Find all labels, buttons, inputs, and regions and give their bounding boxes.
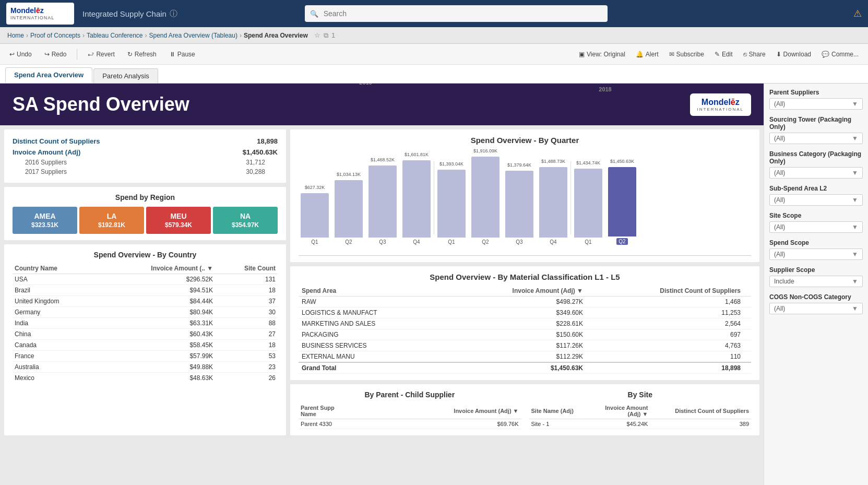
breadcrumb-home[interactable]: Home xyxy=(7,32,24,39)
country-invoice: $63.31K xyxy=(99,318,215,329)
filter-spend-scope-label: Spend Scope xyxy=(769,239,863,246)
view-original-button[interactable]: ▣ View: Original xyxy=(575,49,629,60)
quarter-bar-2016-Q4[interactable]: $1,601.81KQ4 xyxy=(400,160,433,245)
quarter-bar-2017-Q4[interactable]: $1,488.73KQ4 xyxy=(537,167,569,245)
table-row: Germany$80.94K30 xyxy=(13,307,278,318)
breadcrumb-poc[interactable]: Proof of Concepts xyxy=(30,32,80,39)
site-col-invoice[interactable]: Invoice Amount(Adj) ▼ xyxy=(589,403,650,419)
chevron-down-icon: ▼ xyxy=(852,251,858,258)
kpi-suppliers-value: 18,898 xyxy=(257,137,278,145)
site-col-suppliers: Distinct Count of Suppliers xyxy=(650,403,751,419)
content-area: Distinct Count of Suppliers 18,898 Invoi… xyxy=(0,125,764,440)
country-name: United Kingdom xyxy=(13,296,99,307)
table-row: Parent 4330 $69.76K xyxy=(299,419,521,429)
supp-col-invoice[interactable]: Invoice Amount (Adj) ▼ xyxy=(377,403,520,419)
refresh-button[interactable]: ↻ Refresh xyxy=(123,49,161,60)
filter-supplier-scope-label: Supplier Scope xyxy=(769,266,863,274)
country-table: Country Name Invoice Amount (.. ▼ Site C… xyxy=(13,263,278,383)
quarter-bar-2016-Q2[interactable]: $1,034.13KQ2 xyxy=(332,180,365,245)
chevron-down-icon: ▼ xyxy=(852,305,858,312)
alert-icon: ⚠ xyxy=(853,8,862,19)
table-row: China$60.43K27 xyxy=(13,329,278,340)
material-col-area: Spend Area xyxy=(299,286,447,297)
filter-site-scope-label: Site Scope xyxy=(769,212,863,219)
pencil-icon: ✎ xyxy=(715,51,720,58)
region-bar-la[interactable]: LA$192.81K xyxy=(79,207,144,234)
info-icon[interactable]: ⓘ xyxy=(170,9,177,19)
quarter-bar-2018-Q2[interactable]: $1,450.63KQ2 xyxy=(606,167,638,245)
region-bar-amea[interactable]: AMEA$323.51K xyxy=(13,207,77,234)
revert-button[interactable]: ⮐ Revert xyxy=(84,49,118,60)
redo-button[interactable]: ↪ Redo xyxy=(40,49,71,60)
breadcrumb-sao[interactable]: Spend Area Overview (Tableau) xyxy=(149,32,237,39)
alert-button[interactable]: 🔔 Alert xyxy=(632,49,663,60)
quarter-bar-2016-Q1[interactable]: $627.32KQ1 xyxy=(299,193,331,245)
year-group-2016: 2016$627.32KQ1$1,034.13KQ2$1,468.52KQ3$1… xyxy=(299,160,433,245)
filter-business-category-value[interactable]: (All) ▼ xyxy=(769,167,863,179)
filter-cogs-value[interactable]: (All) ▼ xyxy=(769,303,863,314)
filter-sub-spend-area-value[interactable]: (All) ▼ xyxy=(769,194,863,206)
material-title: Spend Overview - By Material Classificat… xyxy=(299,273,751,281)
filter-spend-scope-value[interactable]: (All) ▼ xyxy=(769,249,863,260)
tab-spend-area-overview[interactable]: Spend Area Overview xyxy=(5,67,92,83)
filter-supplier-scope-value[interactable]: Include ▼ xyxy=(769,276,863,287)
country-scroll[interactable]: Country Name Invoice Amount (.. ▼ Site C… xyxy=(13,263,278,383)
search-input[interactable] xyxy=(305,5,608,22)
filter-cogs: COGS Non-COGS Category (All) ▼ xyxy=(769,293,863,314)
pause-button[interactable]: ⏸ Pause xyxy=(165,49,199,60)
chevron-down-icon: ▼ xyxy=(852,278,858,285)
region-bar-meu[interactable]: MEU$579.34K xyxy=(146,207,211,234)
quarter-bar-2017-Q2[interactable]: $1,916.09KQ2 xyxy=(469,157,502,245)
country-name: Australia xyxy=(13,362,99,373)
undo-icon: ↩ xyxy=(9,51,15,58)
country-name: USA xyxy=(13,274,99,285)
kpi-2017-row: 2017 Suppliers 30,288 xyxy=(13,167,278,176)
site-tbody: Site - 1 $45.24K 389 xyxy=(529,419,752,429)
year-group-2018: 2018$1,434.74KQ1$1,450.63KQ2 xyxy=(572,167,638,245)
site-table: Site Name (Adj) Invoice Amount(Adj) ▼ Di… xyxy=(529,403,752,429)
table-row: PACKAGING$150.60K697 xyxy=(299,329,751,340)
material-suppliers: 2,564 xyxy=(586,318,744,329)
site-name: Site - 1 xyxy=(529,419,589,429)
country-col-invoice[interactable]: Invoice Amount (.. ▼ xyxy=(99,263,215,274)
undo-button[interactable]: ↩ Undo xyxy=(5,49,36,60)
site-suppliers: 389 xyxy=(650,419,751,429)
comment-button[interactable]: 💬 Comme... xyxy=(817,49,863,60)
supp-name: Parent 4330 xyxy=(299,419,377,429)
edit-button[interactable]: ✎ Edit xyxy=(710,49,737,60)
country-name: Brazil xyxy=(13,285,99,296)
bell-icon: 🔔 xyxy=(636,51,644,58)
table-row: India$63.31K88 xyxy=(13,318,278,329)
filter-site-scope: Site Scope (All) ▼ xyxy=(769,212,863,233)
breadcrumb-current: Spend Area Overview xyxy=(244,32,308,39)
material-col-invoice[interactable]: Invoice Amount (Adj) ▼ xyxy=(447,286,586,297)
grand-total-invoice: $1,450.63K xyxy=(447,362,586,374)
quarter-bar-2017-Q3[interactable]: $1,379.64KQ3 xyxy=(503,171,536,245)
material-col-scroll[interactable] xyxy=(744,286,751,297)
supplier-title: By Parent - Child Supplier xyxy=(299,391,521,399)
subscribe-button[interactable]: ✉ Subscribe xyxy=(665,49,708,60)
table-row: Brazil$94.51K18 xyxy=(13,285,278,296)
filter-sourcing-tower-value[interactable]: (All) ▼ xyxy=(769,133,863,144)
share-button[interactable]: ⎋ Share xyxy=(739,49,770,60)
copy-icon[interactable]: ⧉ xyxy=(324,31,328,40)
star-icon[interactable]: ☆ xyxy=(314,31,320,39)
logo: Mondelēz INTERNATIONAL xyxy=(6,3,74,25)
supp-col-name: Parent SuppName xyxy=(299,403,377,419)
table-row: RAW$498.27K1,468 xyxy=(299,297,751,307)
download-button[interactable]: ⬇ Download xyxy=(772,49,815,60)
region-bar-na[interactable]: NA$354.97K xyxy=(213,207,278,234)
country-sites: 30 xyxy=(215,307,278,318)
grand-total-label: Grand Total xyxy=(299,362,447,374)
country-sites: 26 xyxy=(215,373,278,384)
tab-pareto-analysis[interactable]: Pareto Analysis xyxy=(93,68,158,83)
refresh-icon: ↻ xyxy=(127,51,133,58)
filter-parent-suppliers-value[interactable]: (All) ▼ xyxy=(769,98,863,110)
country-invoice: $60.43K xyxy=(99,329,215,340)
quarter-bar-2017-Q1[interactable]: $1,393.04KQ1 xyxy=(435,170,468,245)
breadcrumb-tc[interactable]: Tableau Conference xyxy=(87,32,142,39)
material-section: Spend Overview - By Material Classificat… xyxy=(290,266,759,380)
quarter-bar-2016-Q3[interactable]: $1,468.52KQ3 xyxy=(366,165,399,245)
quarter-bar-2018-Q1[interactable]: $1,434.74KQ1 xyxy=(572,169,604,245)
filter-site-scope-value[interactable]: (All) ▼ xyxy=(769,221,863,233)
